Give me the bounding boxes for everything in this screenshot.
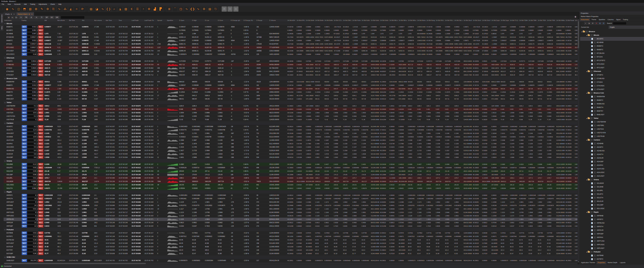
checkbox[interactable]: ✓ <box>594 107 596 108</box>
sell-button[interactable]: SELL <box>38 166 44 169</box>
tree-folder-ethereum[interactable]: ◢✓Ethereum✕ <box>580 70 644 73</box>
spin-up-icon[interactable]: ▲ <box>36 211 38 212</box>
checkbox[interactable]: ✓ <box>594 38 596 40</box>
column-header[interactable]: D Close <box>217 19 230 22</box>
buy-button[interactable]: BUY <box>22 53 27 56</box>
quantity-input[interactable]: 0.00017 <box>27 36 36 39</box>
filter-button-a[interactable]: A <box>34 16 39 19</box>
tab-charts[interactable]: Charts⊞✕ <box>4 12 16 16</box>
quantity-stepper[interactable]: ▲▼ <box>36 218 38 221</box>
menu-view[interactable]: View <box>6 3 12 6</box>
buy-button[interactable]: BUY <box>22 80 27 83</box>
tree-item-ethbtc[interactable]: ✓ETHBTC✕ <box>580 73 644 77</box>
table-row-adausdt[interactable]: ADAUSDTBUY5.0▲▼SELL2.12453510.215:37:40.… <box>4 132 578 135</box>
checkbox[interactable]: ✓ <box>591 117 592 119</box>
table-row-dotbtc[interactable]: DOTBTCBUY0.12▲▼SELL0.0006981311.215:37:4… <box>4 235 578 238</box>
table-row-solbrl[interactable]: SOLBRLBUY0.01▲▼SELL1375.76.1215:37:40.56… <box>4 176 578 180</box>
column-header[interactable]: 1H Bid TRIX ( <box>537 19 546 22</box>
sell-button[interactable]: SELL <box>38 242 44 245</box>
spin-up-icon[interactable]: ▲ <box>36 170 38 171</box>
group-header-row-tether[interactable]: ▲Tether <box>4 101 578 104</box>
filter-button-dr[interactable]: DR <box>55 16 60 19</box>
sell-button[interactable]: SELL <box>38 26 44 28</box>
sell-button[interactable]: SELL <box>38 132 44 135</box>
checkbox[interactable]: ✓ <box>594 121 596 123</box>
quantity-input[interactable]: 9 <box>27 211 36 214</box>
sell-button[interactable]: SELL <box>38 63 44 66</box>
checkbox[interactable]: ✓ <box>594 164 596 166</box>
tree-item-bnbbtc[interactable]: ✓BNBBTC✕ <box>580 98 644 102</box>
spin-up-icon[interactable]: ▲ <box>36 201 38 202</box>
checkbox[interactable]: ✓ <box>594 89 596 90</box>
checkbox[interactable]: ✓ <box>594 247 596 249</box>
chart-annotate-icon[interactable]: ∿ <box>57 7 62 12</box>
column-header[interactable]: 1H Bid Std. de <box>454 19 463 22</box>
spin-down-icon[interactable]: ▼ <box>36 199 38 200</box>
spin-down-icon[interactable]: ▼ <box>36 75 38 76</box>
spin-down-icon[interactable]: ▼ <box>36 144 38 145</box>
spin-up-icon[interactable]: ▲ <box>36 184 38 185</box>
quantity-stepper[interactable]: ▲▼ <box>36 232 38 234</box>
menu-add[interactable]: Add <box>22 3 28 6</box>
spin-up-icon[interactable]: ▲ <box>36 129 38 130</box>
buy-button[interactable]: BUY <box>22 214 27 217</box>
checkbox[interactable]: ✓ <box>594 161 596 163</box>
sell-button[interactable]: SELL <box>38 235 44 238</box>
spin-up-icon[interactable]: ▲ <box>36 91 38 92</box>
quantity-input[interactable]: 9 <box>27 201 36 203</box>
tree-item-bnbbusd[interactable]: ✓BNBBUSD✕ <box>580 102 644 106</box>
sell-button[interactable]: SELL <box>38 177 44 179</box>
spin-up-icon[interactable]: ▲ <box>36 40 38 41</box>
filter-button-b[interactable]: B <box>29 16 34 19</box>
quantity-stepper[interactable]: ▲▼ <box>36 108 38 111</box>
sell-button[interactable]: SELL <box>38 70 44 73</box>
checkbox[interactable]: ✓ <box>594 74 596 76</box>
checkbox[interactable]: ✓ <box>591 34 592 36</box>
tree-item-solbtc[interactable]: ✓SOLBTC✕ <box>580 192 644 196</box>
checkbox[interactable]: ✓ <box>594 200 596 202</box>
analytics-chart-icon[interactable]: ∿ <box>196 7 201 12</box>
tree-item-ethusdc[interactable]: ✓ETHUSDC✕ <box>580 84 644 88</box>
tree-folder-binance-coin[interactable]: ◢✓Binance Coin✕ <box>580 91 644 95</box>
export-window-icon[interactable]: ⎘ <box>51 7 56 12</box>
column-header[interactable]: 1H Bid Stocha <box>481 19 490 22</box>
quantity-input[interactable]: 9 <box>27 214 36 217</box>
algo-cpu-icon[interactable]: ⌗ <box>74 7 79 12</box>
sell-button[interactable]: SELL <box>38 149 44 152</box>
checkbox[interactable]: ✓ <box>594 143 596 145</box>
checkbox[interactable]: ✓ <box>594 150 596 152</box>
spin-up-icon[interactable]: ▲ <box>36 198 38 199</box>
table-row-bnbusdt[interactable]: BNBUSDTBUY0.018▲▼SELL557.016.11815:37:40… <box>4 97 578 101</box>
sell-button[interactable]: SELL <box>38 87 44 90</box>
table-row-solusdc[interactable]: SOLUSDCBUY0.05▲▼SELL244.9110.215:37:40.5… <box>4 183 578 187</box>
currency-exchange-icon[interactable]: € <box>129 7 134 12</box>
sort-asc-icon[interactable]: ☰↑ <box>15 16 18 19</box>
checkbox[interactable]: ✓ <box>594 135 596 137</box>
spin-up-icon[interactable]: ▲ <box>36 60 38 61</box>
table-row-adaeur[interactable]: ADAEURBUY5.8▲▼SELL1.8330880.215:37:39.65… <box>4 152 578 156</box>
column-header[interactable]: 1H Bid Super <box>500 19 509 22</box>
quantity-stepper[interactable]: ▲▼ <box>36 139 38 142</box>
horizontal-scroll-thumb[interactable] <box>4 263 146 264</box>
tree-item-soleur[interactable]: ✓SOLEUR✕ <box>580 199 644 203</box>
buy-button[interactable]: BUY <box>22 153 27 156</box>
spin-up-icon[interactable]: ▲ <box>36 33 38 34</box>
delete-x-icon[interactable]: ✕ <box>595 22 598 25</box>
spin-down-icon[interactable]: ▼ <box>36 34 38 35</box>
tree-item-adatusd[interactable]: ✓ADATUSD✕ <box>580 167 644 171</box>
buy-button[interactable]: BUY <box>22 156 27 159</box>
tree-item-xrppax[interactable]: ✓XRPPAX✕ <box>580 236 644 239</box>
quantity-stepper[interactable]: ▲▼ <box>36 177 38 179</box>
column-header[interactable]: 1H Bid MA en <box>388 19 398 22</box>
column-header[interactable]: 1H Bid Bolling <box>305 19 314 22</box>
buy-button[interactable]: BUY <box>22 249 27 252</box>
tree-item-bnbeth[interactable]: ✓BNBETH✕ <box>580 106 644 109</box>
column-header[interactable]: 1H Bid TRIX S <box>546 19 556 22</box>
quantity-stepper[interactable]: ▲▼ <box>36 74 38 76</box>
spin-down-icon[interactable]: ▼ <box>36 116 38 117</box>
tree-folder-polkadot[interactable]: ◢✓Polkadot✕ <box>580 250 644 254</box>
column-header[interactable]: 1H Bid Bolling <box>314 19 324 22</box>
sell-button[interactable]: SELL <box>38 225 44 228</box>
spin-down-icon[interactable]: ▼ <box>36 54 38 55</box>
column-header[interactable]: 1H Bid Keltne <box>361 19 370 22</box>
